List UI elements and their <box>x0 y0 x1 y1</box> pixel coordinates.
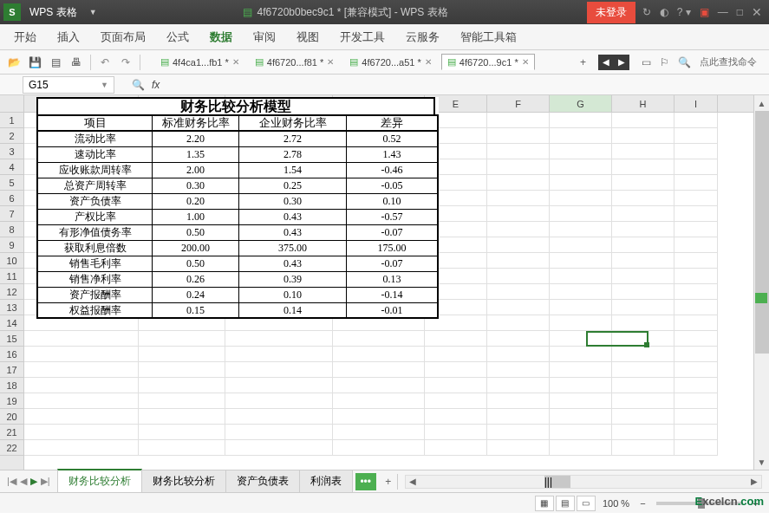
sheet-prev-button[interactable]: ◀ <box>20 476 27 487</box>
table-cell[interactable]: 0.25 <box>239 178 347 193</box>
cell[interactable] <box>612 159 675 175</box>
row-header[interactable]: 4 <box>0 159 23 175</box>
cell[interactable] <box>675 113 718 128</box>
tab-next-button[interactable]: ▶ <box>614 55 629 70</box>
table-cell[interactable]: -0.07 <box>347 225 437 240</box>
table-cell[interactable]: 2.00 <box>153 163 239 178</box>
cell[interactable] <box>675 128 718 144</box>
table-cell[interactable]: 0.15 <box>153 303 239 317</box>
row-header[interactable]: 11 <box>0 269 23 284</box>
table-cell[interactable]: -0.57 <box>347 210 437 224</box>
table-cell[interactable]: 200.00 <box>153 241 239 256</box>
cell[interactable] <box>225 378 333 393</box>
cell[interactable] <box>139 440 225 456</box>
cell[interactable] <box>675 159 718 175</box>
cell[interactable] <box>333 331 425 347</box>
sheet-next-button[interactable]: ▶ <box>30 476 37 487</box>
row-header[interactable]: 14 <box>0 315 23 331</box>
cell[interactable] <box>139 409 225 425</box>
cell[interactable] <box>550 393 612 409</box>
cell[interactable] <box>487 191 550 206</box>
cell[interactable] <box>139 425 225 440</box>
cell[interactable] <box>333 440 425 456</box>
tab-prev-button[interactable]: ◀ <box>598 55 614 70</box>
row-header[interactable]: 20 <box>0 409 23 425</box>
cell[interactable] <box>612 191 675 206</box>
cell[interactable] <box>487 159 550 175</box>
cell[interactable] <box>550 175 612 191</box>
cell[interactable] <box>550 300 612 315</box>
cell[interactable] <box>487 425 550 440</box>
scroll-up-button[interactable]: ▲ <box>754 95 769 111</box>
search-command-input[interactable]: 点此查找命令 <box>700 55 757 68</box>
sheet-tab[interactable]: 财务比较分析 <box>57 469 142 492</box>
cell[interactable] <box>333 425 425 440</box>
cell[interactable] <box>487 409 550 425</box>
menu-item-6[interactable]: 视图 <box>297 29 319 45</box>
cell[interactable] <box>612 362 675 378</box>
table-cell[interactable]: 0.14 <box>239 303 347 317</box>
table-cell[interactable]: 2.72 <box>239 132 347 146</box>
name-box[interactable]: G15 ▼ <box>23 76 114 94</box>
fx-search-icon[interactable]: 🔍 <box>132 79 145 91</box>
cell[interactable] <box>425 425 487 440</box>
cell[interactable] <box>675 425 718 440</box>
document-tab[interactable]: ▤4f6720...9c1 *✕ <box>441 54 535 70</box>
cell[interactable] <box>675 393 718 409</box>
cell[interactable] <box>24 393 139 409</box>
sync-icon[interactable]: ↻ <box>642 6 651 18</box>
cell[interactable] <box>425 378 487 393</box>
cell[interactable] <box>333 362 425 378</box>
table-cell[interactable]: 0.50 <box>153 256 239 271</box>
table-cell[interactable]: 0.30 <box>153 178 239 193</box>
table-cell[interactable]: 0.43 <box>239 210 347 224</box>
row-header[interactable]: 2 <box>0 128 23 144</box>
cell[interactable] <box>225 362 333 378</box>
column-header[interactable]: H <box>612 95 675 112</box>
row-header[interactable]: 5 <box>0 175 23 191</box>
menu-item-2[interactable]: 页面布局 <box>101 29 146 45</box>
cell[interactable] <box>675 315 718 331</box>
cell[interactable] <box>550 378 612 393</box>
cell[interactable] <box>550 269 612 284</box>
horizontal-scrollbar[interactable]: ◀ ||| ▶ <box>405 475 762 489</box>
table-cell[interactable]: 175.00 <box>347 241 437 256</box>
table-cell[interactable]: -0.07 <box>347 256 437 271</box>
menu-item-7[interactable]: 开发工具 <box>340 29 385 45</box>
skin-icon[interactable]: ◐ <box>660 6 668 18</box>
cell[interactable] <box>550 284 612 300</box>
toolbar-search-icon[interactable]: ⚐ <box>660 56 669 68</box>
table-cell[interactable]: 0.50 <box>153 225 239 240</box>
column-header[interactable]: G <box>550 95 612 112</box>
cell[interactable] <box>487 315 550 331</box>
table-cell[interactable]: 1.35 <box>153 147 239 162</box>
document-tab[interactable]: ▤4f6720...a51 *✕ <box>343 54 438 70</box>
print-preview-icon[interactable]: 🖶 <box>69 55 83 69</box>
table-cell[interactable]: -0.46 <box>347 163 437 178</box>
save-icon[interactable]: 💾 <box>28 55 42 69</box>
menu-item-9[interactable]: 智能工具箱 <box>460 29 517 45</box>
cell[interactable] <box>225 440 333 456</box>
window-icon[interactable]: ▭ <box>642 56 651 68</box>
cell[interactable] <box>612 113 675 128</box>
cell[interactable] <box>333 409 425 425</box>
table-header-cell[interactable]: 标准财务比率 <box>153 116 239 130</box>
help-dropdown-icon[interactable]: ? ▾ <box>677 6 691 18</box>
table-cell[interactable]: 1.54 <box>239 163 347 178</box>
table-cell[interactable]: 0.26 <box>153 272 239 287</box>
app-menu-dropdown[interactable]: ▼ <box>82 8 104 16</box>
menu-item-3[interactable]: 公式 <box>166 29 189 45</box>
table-cell[interactable]: 资产负债率 <box>38 194 153 209</box>
column-header[interactable]: F <box>487 95 550 112</box>
cell[interactable] <box>612 300 675 315</box>
cell[interactable] <box>675 409 718 425</box>
row-header[interactable]: 1 <box>0 113 23 128</box>
menu-item-0[interactable]: 开始 <box>14 29 36 45</box>
cell[interactable] <box>425 393 487 409</box>
cell[interactable] <box>487 237 550 253</box>
row-header[interactable]: 19 <box>0 393 23 409</box>
cell[interactable] <box>675 284 718 300</box>
table-cell[interactable]: -0.05 <box>347 178 437 193</box>
cell[interactable] <box>487 253 550 269</box>
cell[interactable] <box>675 347 718 362</box>
